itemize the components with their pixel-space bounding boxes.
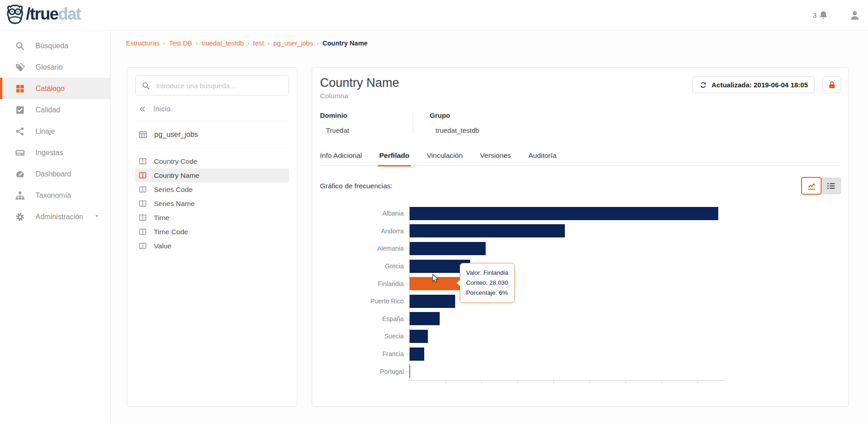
share-icon: [15, 126, 25, 136]
chart-view-button[interactable]: [801, 177, 822, 195]
sidebar-item-label: Linaje: [36, 127, 55, 136]
columns-icon: [138, 213, 147, 222]
bar-track: [409, 363, 724, 380]
refresh-icon: [699, 81, 707, 89]
grid-icon: [15, 84, 25, 94]
tooltip-porcentaje: Porcentaje: 6%: [466, 288, 508, 298]
sitemap-icon: [15, 191, 25, 201]
column-item-label: Series Name: [154, 200, 195, 208]
sidebar-item-linaje[interactable]: Linaje: [0, 121, 110, 142]
sidebar-item-administracion[interactable]: Administración: [0, 206, 110, 227]
bar-espana[interactable]: [409, 312, 440, 325]
column-item-country-name[interactable]: Country Name: [135, 168, 289, 182]
sidebar-item-calidad[interactable]: Calidad: [0, 99, 110, 121]
sidebar-item-taxonomia[interactable]: Taxonomía: [0, 185, 110, 206]
chart-row-espana: España: [312, 310, 724, 328]
top-header: /truedat 3: [0, 0, 868, 31]
column-item-time-code[interactable]: Time Code: [135, 225, 289, 239]
tab-perfilado[interactable]: Perfilado: [379, 146, 409, 166]
search-input[interactable]: [155, 81, 283, 90]
back-home-label: Inicio: [153, 105, 170, 113]
bar-track: [409, 205, 724, 222]
breadcrumb: Estructuras›Test DB›truedat_testdb›test›…: [126, 40, 368, 47]
sidebar-item-ingestas[interactable]: Ingestas: [0, 142, 110, 163]
list-icon: [826, 181, 836, 191]
metadata-fields: Dominio Truedat Grupo truedat_testdb: [320, 111, 479, 134]
divider: [135, 121, 289, 121]
category-label: Grecia: [312, 262, 409, 270]
owl-logo-icon: [5, 4, 25, 25]
breadcrumb-link-test[interactable]: test: [253, 40, 264, 47]
bar-albania[interactable]: [409, 207, 718, 220]
structure-type-label: Columna: [320, 92, 348, 100]
chart-row-portugal: Portugal: [312, 363, 724, 380]
column-list: Country CodeCountry NameSeries CodeSerie…: [135, 154, 289, 253]
field-grupo: Grupo truedat_testdb: [413, 111, 479, 134]
sidebar-item-dashboard[interactable]: Dashboard: [0, 163, 110, 185]
table-item-pg-user-jobs[interactable]: pg_user_jobs: [135, 127, 289, 142]
chart-row-alemania: Alemania: [312, 240, 724, 257]
sidebar-item-catalogo[interactable]: Catálogo: [0, 78, 110, 99]
sidebar-item-label: Glosario: [36, 63, 63, 71]
notifications-button[interactable]: 3: [813, 10, 829, 21]
lock-icon: [827, 81, 837, 90]
structure-explorer-panel: Inicio pg_user_jobs Country CodeCountry …: [127, 67, 297, 407]
bar-alemania[interactable]: [409, 242, 486, 255]
bar-finlandia[interactable]: [409, 277, 460, 290]
chart-row-albania: Albania: [312, 205, 724, 222]
sidebar-item-busqueda[interactable]: Búsqueda: [0, 35, 110, 56]
sidebar-item-glosario[interactable]: Glosario: [0, 56, 110, 78]
chart-row-francia: Francia: [312, 345, 724, 363]
list-view-button[interactable]: [821, 177, 841, 194]
refresh-updated-button[interactable]: Actualizada: 2019-06-04 18:05: [692, 76, 815, 93]
breadcrumb-link-test-db[interactable]: Test DB: [169, 40, 192, 47]
bar-track: [409, 240, 724, 257]
field-dominio: Dominio Truedat: [320, 111, 413, 134]
explorer-search-box[interactable]: [135, 76, 289, 96]
sidebar-item-label: Dashboard: [36, 170, 71, 178]
columns-icon: [138, 185, 147, 194]
bar-francia[interactable]: [409, 347, 424, 361]
bar-andorra[interactable]: [409, 224, 565, 237]
chart-row-suecia: Suecia: [312, 327, 724, 345]
chart-row-andorra: Andorra: [312, 222, 724, 240]
tab-vinculacion[interactable]: Vinculación: [427, 146, 463, 166]
bar-puerto-rico[interactable]: [409, 295, 455, 308]
bell-icon: [818, 10, 829, 21]
sidebar-item-label: Catálogo: [36, 85, 65, 93]
category-label: Puerto Rico: [312, 297, 409, 305]
chart-row-grecia: Grecia: [312, 257, 724, 275]
breadcrumb-link-truedat-testdb[interactable]: truedat_testdb: [202, 40, 244, 47]
frequency-bar-chart: AlbaniaAndorraAlemaniaGreciaFinlandiaPue…: [312, 205, 724, 380]
category-label: Finlandia: [312, 280, 409, 287]
breadcrumb-separator: ›: [163, 40, 165, 47]
columns-icon: [138, 199, 147, 208]
column-item-value[interactable]: Value: [135, 239, 289, 253]
breadcrumb-separator: ›: [196, 40, 198, 47]
bar-track: [409, 345, 724, 363]
tags-icon: [15, 62, 25, 72]
breadcrumb-separator: ›: [248, 40, 250, 47]
truedat-logo[interactable]: /truedat: [5, 4, 81, 25]
column-item-series-code[interactable]: Series Code: [135, 182, 289, 196]
explorer-back-home[interactable]: Inicio: [135, 103, 289, 115]
bar-portugal[interactable]: [409, 365, 410, 378]
column-item-series-name[interactable]: Series Name: [135, 196, 289, 211]
lock-button[interactable]: [822, 76, 841, 93]
user-avatar-icon[interactable]: [849, 10, 861, 21]
bar-suecia[interactable]: [409, 330, 428, 343]
tab-auditoria[interactable]: Auditoría: [528, 146, 557, 166]
divider: [135, 148, 289, 148]
breadcrumb-link-estructuras[interactable]: Estructuras: [126, 40, 159, 47]
category-label: Alemania: [312, 245, 409, 252]
notification-count-badge: 3: [813, 11, 817, 19]
column-item-time[interactable]: Time: [135, 211, 289, 225]
check-square-icon: [15, 105, 25, 115]
tab-info-adicional[interactable]: Info Adicional: [320, 146, 362, 166]
column-item-label: Time Code: [154, 228, 188, 236]
column-item-label: Time: [154, 214, 169, 222]
breadcrumb-link-pg-user-jobs[interactable]: pg_user_jobs: [274, 40, 313, 47]
tab-versiones[interactable]: Versiones: [480, 146, 511, 166]
category-label: Andorra: [312, 227, 409, 235]
column-item-country-code[interactable]: Country Code: [135, 154, 289, 168]
